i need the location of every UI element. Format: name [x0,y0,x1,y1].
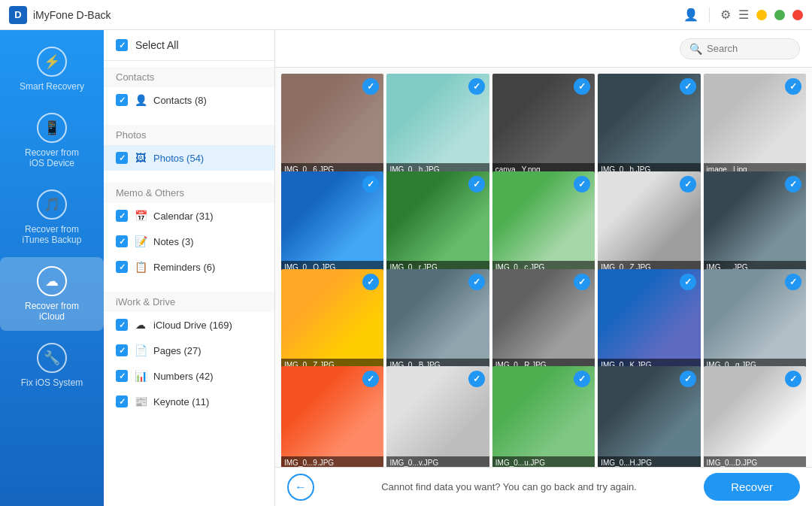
photo-cell-19[interactable]: ✓IMG_0...H.JPG [598,366,700,467]
photo-cell-6[interactable]: ✓IMG_0...Q.JPG [281,171,383,274]
minimize-button[interactable]: — [756,10,767,20]
calendar-item[interactable]: 📅 Calendar (31) [104,203,274,229]
footer: ← Cannot find data you want? You can go … [275,467,812,506]
maximize-button[interactable]: □ [774,10,785,20]
photo-cell-14[interactable]: ✓IMG_0...K.JPG [598,269,700,371]
reminders-checkbox[interactable] [116,261,128,273]
photo-cell-20[interactable]: ✓IMG_0...D.JPG [704,366,806,467]
photo-cell-12[interactable]: ✓IMG_0...B.JPG [386,269,489,371]
notes-label: Notes (3) [153,236,193,247]
photos-item[interactable]: 🖼 Photos (54) [104,145,274,171]
sidebar-label-fix-ios: Fix iOS System [21,377,83,388]
photo-check-badge-2: ✓ [468,78,485,95]
photos-checkbox[interactable] [116,152,128,164]
photo-cell-7[interactable]: ✓IMG_0...r.JPG [386,171,489,274]
icloud-drive-icon: ☁ [134,318,147,332]
pages-checkbox[interactable] [116,344,128,356]
phone-icon: 📱 [37,113,67,143]
numbers-checkbox[interactable] [116,370,128,382]
file-panel: Select All Contacts 👤 Contacts (8) Photo… [104,30,275,506]
reminders-label: Reminders (6) [153,262,215,273]
contacts-checkbox[interactable] [116,94,128,106]
contacts-section: Contacts 👤 Contacts (8) [104,61,274,119]
photo-check-badge-16: ✓ [362,371,379,387]
photo-cell-16[interactable]: ✓IMG_0...9.JPG [281,366,383,467]
contacts-item[interactable]: 👤 Contacts (8) [104,87,274,113]
photo-check-badge-6: ✓ [362,176,379,192]
photo-cell-9[interactable]: ✓IMG_0...Z.JPG [598,171,700,274]
photo-cell-17[interactable]: ✓IMG_0...v.JPG [386,366,489,467]
reminders-item[interactable]: 📋 Reminders (6) [104,254,274,280]
photo-check-badge-20: ✓ [785,371,801,387]
search-box[interactable]: 🔍 [680,38,800,59]
numbers-label: Numbers (42) [153,371,213,382]
photos-label: Photos (54) [153,153,204,164]
photo-cell-8[interactable]: ✓IMG_0...c.JPG [492,171,595,274]
photo-grid: ✓IMG_0...6.JPG✓IMG_0...h.JPG✓canva...Y.p… [275,68,812,467]
photo-cell-5[interactable]: ✓image...l.jpg [704,74,806,176]
photo-cell-4[interactable]: ✓IMG_0...h.JPG [598,74,700,176]
photo-cell-11[interactable]: ✓IMG_0...Z.JPG [281,269,383,371]
sidebar-label-smart-recovery: Smart Recovery [20,81,84,92]
photo-label-19: IMG_0...H.JPG [598,456,700,467]
photo-check-badge-14: ✓ [680,274,696,290]
photo-cell-1[interactable]: ✓IMG_0...6.JPG [281,74,383,176]
contacts-label: Contacts (8) [153,95,207,106]
photos-section: Photos 🖼 Photos (54) [104,119,274,177]
sidebar-label-recover-itunes: Recover fromiTunes Backup [23,224,82,245]
notes-item[interactable]: 📝 Notes (3) [104,229,274,254]
icloud-drive-checkbox[interactable] [116,319,128,331]
pages-label: Pages (27) [153,345,201,356]
menu-icon[interactable]: ☰ [738,8,749,22]
recover-button[interactable]: Recover [704,473,800,501]
keynote-label: Keynote (11) [153,396,209,408]
photo-cell-2[interactable]: ✓IMG_0...h.JPG [386,74,489,176]
numbers-item[interactable]: 📊 Numbers (42) [104,363,274,389]
pages-item[interactable]: 📄 Pages (27) [104,338,274,363]
main-layout: ⚡ Smart Recovery 📱 Recover fromiOS Devic… [0,30,812,506]
select-all-checkbox[interactable] [116,39,128,51]
calendar-checkbox[interactable] [116,210,128,222]
titlebar-right: 👤 ⚙ ☰ — □ ✕ [683,8,803,23]
photo-check-badge-18: ✓ [574,371,590,387]
photo-label-20: IMG_0...D.JPG [704,456,806,467]
icloud-drive-item[interactable]: ☁ iCloud Drive (169) [104,312,274,338]
search-input[interactable] [707,43,789,54]
titlebar: D iMyFone D-Back 👤 ⚙ ☰ — □ ✕ [0,0,812,30]
photo-check-badge-3: ✓ [574,78,590,95]
sidebar-item-smart-recovery[interactable]: ⚡ Smart Recovery [0,38,104,101]
app-title: iMyFone D-Back [33,9,111,21]
sidebar-label-recover-ios: Recover fromiOS Device [25,147,79,168]
keynote-checkbox[interactable] [116,395,128,408]
sidebar-item-recover-itunes[interactable]: 🎵 Recover fromiTunes Backup [0,180,104,254]
photo-check-badge-12: ✓ [468,274,485,290]
back-button[interactable]: ← [287,474,314,501]
photo-label-16: IMG_0...9.JPG [281,456,383,467]
lightning-icon: ⚡ [37,47,67,77]
icloud-drive-label: iCloud Drive (169) [153,320,232,331]
photo-check-badge-1: ✓ [362,78,379,95]
sidebar-label-recover-icloud: Recover fromiCloud [25,301,79,322]
photo-check-badge-5: ✓ [785,78,801,95]
content-area: 🔍 ✓IMG_0...6.JPG✓IMG_0...h.JPG✓canva...Y… [275,30,812,506]
photo-cell-18[interactable]: ✓IMG_0...u.JPG [492,366,595,467]
user-icon[interactable]: 👤 [683,8,698,22]
notes-checkbox[interactable] [116,235,128,247]
sidebar-item-recover-icloud[interactable]: ☁ Recover fromiCloud [0,257,104,331]
separator [709,8,710,23]
sidebar-item-fix-ios[interactable]: 🔧 Fix iOS System [0,334,104,397]
photos-icon: 🖼 [134,151,147,165]
content-toolbar: 🔍 [275,30,812,68]
cloud-icon: ☁ [37,266,67,296]
photo-cell-3[interactable]: ✓canva...Y.png [492,74,595,176]
close-button[interactable]: ✕ [792,10,803,20]
keynote-item[interactable]: 📰 Keynote (11) [104,389,274,414]
notes-icon: 📝 [134,235,147,248]
sidebar-item-recover-ios[interactable]: 📱 Recover fromiOS Device [0,104,104,177]
photo-cell-10[interactable]: ✓IMG_....JPG [704,171,806,274]
photo-cell-15[interactable]: ✓IMG_0...q.JPG [704,269,806,371]
photo-cell-13[interactable]: ✓IMG_0...R.JPG [492,269,595,371]
calendar-label: Calendar (31) [153,211,214,222]
pages-icon: 📄 [134,344,147,357]
settings-icon[interactable]: ⚙ [720,8,731,22]
